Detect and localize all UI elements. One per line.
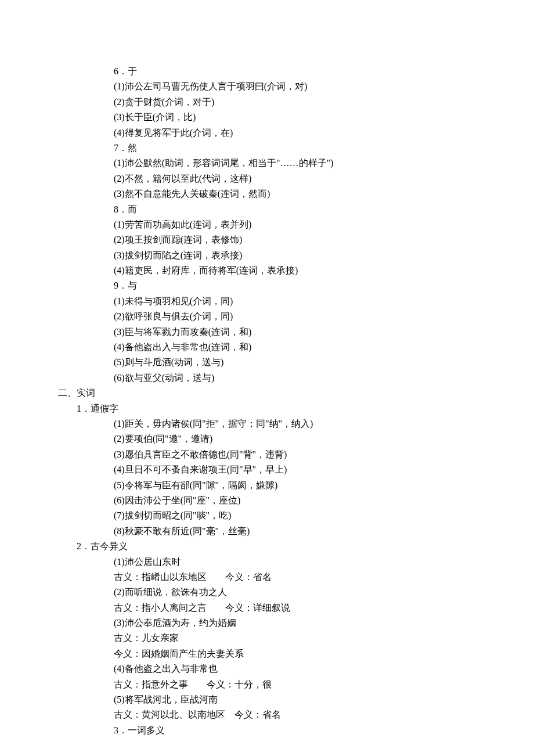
text-line: (3)愿伯具言臣之不敢倍德也(同"背"，违背)	[114, 447, 476, 462]
text-line: (1)劳苦而功高如此(连词，表并列)	[114, 217, 476, 232]
text-line: (1)沛公居山东时	[114, 555, 476, 570]
text-line: (4)得复见将军于此(介词，在)	[114, 125, 476, 141]
text-line: (1)未得与项羽相见(介词，同)	[114, 294, 476, 309]
text-line: (6)欲与亚父(动词，送与)	[114, 370, 476, 386]
text-line: 古义：儿女亲家	[114, 631, 476, 646]
text-line: 7．然	[114, 141, 476, 156]
text-line: (7)拔剑切而昭之(同"啖"，吃)	[114, 508, 476, 523]
text-content: 6．于(1)沛公左司马曹无伤使人言于项羽曰(介词，对)(2)贪于财货(介词，对于…	[58, 64, 476, 738]
text-line: (6)因击沛公于坐(同"座"，座位)	[114, 493, 476, 508]
text-line: 2．古今异义	[77, 539, 476, 554]
text-line: 今义：因婚姻而产生的夫妻关系	[114, 646, 476, 661]
text-line: (2)要项伯(同"邀"，邀请)	[114, 431, 476, 447]
text-line: (2)不然，籍何以至此(代词，这样)	[114, 171, 476, 186]
text-line: 9．与	[114, 278, 476, 293]
text-line: (5)令将军与臣有郤(同"隙"，隔阂，嫌隙)	[114, 478, 476, 493]
text-line: 6．于	[114, 64, 476, 79]
text-line: 古义：黄河以北、以南地区 今义：省名	[114, 707, 476, 722]
text-line: 古义：指小人离间之言 今义：详细叙说	[114, 600, 476, 615]
text-line: (8)秋豪不敢有所近(同"毫"，丝毫)	[114, 524, 476, 539]
text-line: (1)沛公左司马曹无伤使人言于项羽曰(介词，对)	[114, 79, 476, 94]
text-line: (3)然不自意能先人关破秦(连词，然而)	[114, 186, 476, 201]
document-page: 6．于(1)沛公左司马曹无伤使人言于项羽曰(介词，对)(2)贪于财货(介词，对于…	[0, 0, 534, 756]
text-line: (1)沛公默然(助词，形容词词尾，相当于"……的样子")	[114, 156, 476, 171]
text-line: (5)将军战河北，臣战河南	[114, 692, 476, 707]
text-line: 二、实词	[58, 386, 476, 401]
text-line: 8．而	[114, 202, 476, 217]
text-line: (2)贪于财货(介词，对于)	[114, 95, 476, 110]
text-line: 3．一词多义	[114, 723, 476, 738]
text-line: 古义：指崤山以东地区 今义：省名	[114, 570, 476, 585]
text-line: (3)臣与将军戮力而攻秦(连词，和)	[114, 325, 476, 340]
text-line: (4)旦日不可不蚤自来谢项王(同"早"，早上)	[114, 462, 476, 477]
text-line: (2)而听细说，欲诛有功之人	[114, 585, 476, 600]
text-line: (3)沛公奉卮酒为寿，约为婚姻	[114, 615, 476, 631]
text-line: (1)距关，毋内诸侯(同"拒"，据守；同"纳"，纳入)	[114, 416, 476, 431]
text-line: (3)拔剑切而陷之(连词，表承接)	[114, 248, 476, 263]
text-line: (4)备他盗之出入与非常也	[114, 661, 476, 676]
text-line: (5)则与斗卮酒(动词，送与)	[114, 355, 476, 370]
text-line: (2)项王按剑而跽(连词，表修饰)	[114, 232, 476, 247]
text-line: (4)籍吏民，封府库，而待将军(连词，表承接)	[114, 263, 476, 278]
text-line: 1．通假字	[77, 401, 476, 416]
text-line: (4)备他盗出入与非常也(连词，和)	[114, 340, 476, 355]
text-line: (3)长于臣(介词，比)	[114, 110, 476, 125]
text-line: (2)欲呼张良与俱去(介词，同)	[114, 309, 476, 324]
text-line: 古义：指意外之事 今义：十分，很	[114, 677, 476, 692]
